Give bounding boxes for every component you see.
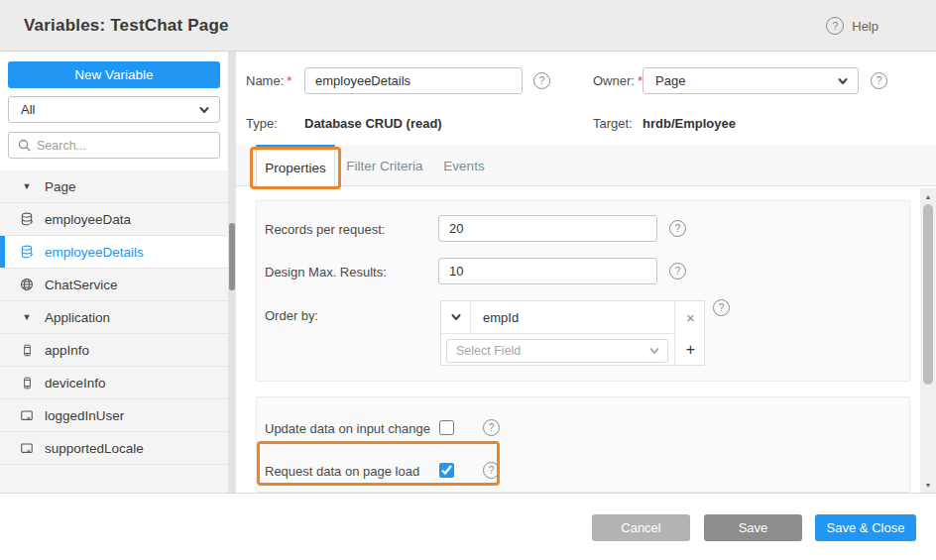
add-order-field-button[interactable]: + <box>675 334 706 366</box>
chevron-down-icon <box>649 346 659 356</box>
variable-editor: Name:* ? Owner:* Page ? Type: Database C… <box>236 52 936 493</box>
order-direction-toggle[interactable] <box>441 301 471 334</box>
sidebar-scrollbar-thumb[interactable] <box>229 223 235 290</box>
name-label: Name:* <box>246 73 292 88</box>
chevron-down-icon <box>199 105 209 115</box>
required-asterisk: * <box>287 73 292 88</box>
name-owner-row: Name:* ? Owner:* Page ? <box>236 67 936 94</box>
design-max-results-input[interactable] <box>438 258 657 284</box>
save-and-close-button[interactable]: Save & Close <box>815 514 916 541</box>
chevron-down-icon <box>838 76 848 86</box>
order-by-help-icon[interactable]: ? <box>713 299 730 316</box>
globe-icon <box>19 277 35 292</box>
content-scrollbar[interactable]: ▲ ▼ <box>920 188 936 493</box>
type-target-row: Type: Database CRUD (read) Target: hrdb/… <box>236 116 936 132</box>
properties-card: Records per request: ? Design Max. Resul… <box>256 200 910 382</box>
tab-properties[interactable]: Properties <box>256 145 335 187</box>
update-on-input-checkbox[interactable] <box>439 420 454 435</box>
variable-search[interactable] <box>8 132 220 159</box>
design-max-results-label: Design Max. Results: <box>265 265 387 280</box>
records-per-request-label: Records per request: <box>265 222 385 237</box>
variable-filter-select[interactable]: All <box>8 96 220 123</box>
tree-group-page[interactable]: ▼ Page <box>0 170 228 203</box>
owner-select[interactable]: Page <box>643 67 859 94</box>
behavior-card: Update data on input change ? Request da… <box>256 396 910 493</box>
new-variable-button[interactable]: New Variable <box>8 61 220 88</box>
device-icon <box>19 375 35 391</box>
remove-order-field-button[interactable]: × <box>675 301 706 334</box>
request-on-load-label: Request data on page load <box>265 464 419 479</box>
help-icon: ? <box>826 17 844 35</box>
tree-item-label: deviceInfo <box>45 376 106 391</box>
order-by-widget: empId × + Select Field <box>440 300 705 366</box>
chevron-down-icon <box>451 312 461 322</box>
update-on-input-help-icon[interactable]: ? <box>483 419 500 436</box>
help-link[interactable]: ? Help <box>826 0 878 52</box>
tree-item-appinfo[interactable]: appInfo <box>0 334 228 367</box>
type-value: Database CRUD (read) <box>304 116 442 131</box>
search-input[interactable] <box>37 139 219 153</box>
tree-group-label: Application <box>45 310 110 325</box>
selected-indicator <box>0 236 5 268</box>
tree-item-chatservice[interactable]: ChatService <box>0 269 228 301</box>
order-by-field-value: empId <box>471 310 519 325</box>
name-input[interactable] <box>304 67 523 94</box>
tree-item-loggedinuser[interactable]: loggedInUser <box>0 399 228 432</box>
variable-filter-value: All <box>21 102 35 117</box>
tree-item-label: employeeDetails <box>45 245 144 260</box>
tree-item-label: ChatService <box>45 278 118 292</box>
request-on-load-help-icon[interactable]: ? <box>483 462 500 479</box>
type-label: Type: <box>246 116 278 131</box>
target-label: Target: <box>593 116 633 131</box>
tree-group-application[interactable]: ▼ Application <box>0 301 228 334</box>
tree-item-deviceinfo[interactable]: deviceInfo <box>0 367 228 399</box>
variable-tree: ▼ Page employeeData employeeDetails <box>0 170 228 493</box>
tree-item-label: appInfo <box>45 343 89 358</box>
variable-icon <box>19 407 35 423</box>
request-on-load-checkbox[interactable] <box>439 463 454 478</box>
name-help-icon[interactable]: ? <box>533 72 550 89</box>
dialog-header: Variables: TestChat Page ? Help <box>0 0 936 52</box>
tab-filter-criteria[interactable]: Filter Criteria <box>339 145 430 186</box>
sidebar-scrollbar[interactable] <box>228 52 236 493</box>
content-scrollbar-thumb[interactable] <box>923 204 933 385</box>
target-value: hrdb/Employee <box>643 116 736 131</box>
search-icon <box>18 139 31 152</box>
scroll-down-arrow[interactable]: ▼ <box>920 479 936 491</box>
tree-item-label: loggedInUser <box>45 408 124 423</box>
records-help-icon[interactable]: ? <box>669 220 686 237</box>
editor-tabbar: Properties Filter Criteria Events <box>236 145 936 186</box>
update-on-input-label: Update data on input change <box>265 421 430 436</box>
scroll-up-arrow[interactable]: ▲ <box>920 190 936 202</box>
design-max-help-icon[interactable]: ? <box>669 263 686 280</box>
variable-icon <box>19 440 35 456</box>
variables-sidebar: New Variable All ▼ Page employeeData <box>0 52 228 493</box>
save-button[interactable]: Save <box>704 514 802 541</box>
owner-value: Page <box>655 73 685 88</box>
tree-group-label: Page <box>45 179 76 194</box>
page-title: Variables: TestChat Page <box>24 16 229 36</box>
tab-events[interactable]: Events <box>434 145 494 186</box>
tree-item-label: supportedLocale <box>45 441 144 456</box>
select-field-placeholder: Select Field <box>456 344 521 358</box>
collapse-arrow-icon: ▼ <box>19 178 35 194</box>
cancel-button[interactable]: Cancel <box>592 514 690 541</box>
variables-dialog: Variables: TestChat Page ? Help New Vari… <box>0 0 936 560</box>
order-by-label: Order by: <box>265 308 318 323</box>
tree-item-employeedata[interactable]: employeeData <box>0 203 228 236</box>
order-by-current-row: empId <box>441 301 674 334</box>
order-by-actions: × + <box>674 301 705 366</box>
database-icon <box>19 211 35 227</box>
owner-label: Owner:* <box>593 73 643 88</box>
help-label: Help <box>852 19 878 34</box>
tree-item-employeedetails[interactable]: employeeDetails <box>0 236 228 269</box>
owner-help-icon[interactable]: ? <box>871 72 887 89</box>
dialog-footer: Cancel Save Save & Close <box>0 493 936 560</box>
collapse-arrow-icon: ▼ <box>19 309 35 325</box>
tree-item-label: employeeData <box>45 212 131 227</box>
select-field-dropdown[interactable]: Select Field <box>446 339 668 363</box>
device-icon <box>19 342 35 358</box>
records-per-request-input[interactable] <box>438 215 657 242</box>
tree-item-supportedlocale[interactable]: supportedLocale <box>0 432 228 465</box>
database-icon <box>19 244 35 260</box>
